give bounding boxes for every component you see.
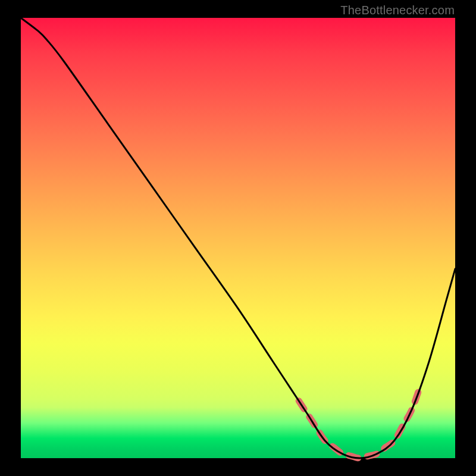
curve-svg <box>21 18 455 458</box>
attribution-label: TheBottlenecker.com <box>340 4 455 17</box>
bottleneck-curve-line <box>21 18 455 458</box>
plot-area <box>21 18 455 458</box>
optimal-zone-dash <box>299 386 420 458</box>
chart-frame: TheBottlenecker.com <box>0 0 476 476</box>
